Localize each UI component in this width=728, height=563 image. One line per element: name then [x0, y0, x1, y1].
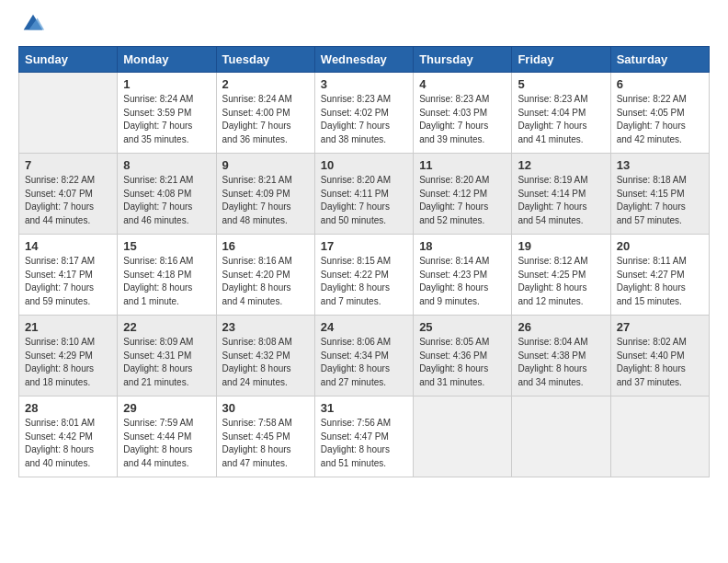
day-number: 30: [222, 401, 309, 415]
day-header-thursday: Thursday: [414, 47, 512, 73]
calendar-cell: 29Sunrise: 7:59 AMSunset: 4:44 PMDayligh…: [118, 396, 216, 477]
calendar-cell: 31Sunrise: 7:56 AMSunset: 4:47 PMDayligh…: [314, 396, 413, 477]
calendar-cell: 11Sunrise: 8:20 AMSunset: 4:12 PMDayligh…: [414, 154, 512, 235]
cell-info: Sunrise: 8:19 AMSunset: 4:14 PMDaylight:…: [518, 174, 604, 227]
cell-info: Sunrise: 8:15 AMSunset: 4:22 PMDaylight:…: [321, 255, 407, 308]
day-number: 9: [222, 158, 309, 172]
day-number: 18: [419, 239, 506, 253]
calendar-cell: [610, 396, 709, 477]
day-number: 15: [123, 239, 210, 253]
cell-info: Sunrise: 8:24 AMSunset: 3:59 PMDaylight:…: [123, 93, 210, 146]
header-row: SundayMondayTuesdayWednesdayThursdayFrid…: [19, 47, 710, 73]
day-number: 1: [123, 77, 210, 91]
cell-info: Sunrise: 8:22 AMSunset: 4:07 PMDaylight:…: [25, 174, 111, 227]
calendar-cell: 21Sunrise: 8:10 AMSunset: 4:29 PMDayligh…: [19, 316, 118, 396]
cell-info: Sunrise: 8:04 AMSunset: 4:38 PMDaylight:…: [518, 336, 604, 389]
calendar-cell: 1Sunrise: 8:24 AMSunset: 3:59 PMDaylight…: [118, 73, 216, 154]
cell-info: Sunrise: 8:17 AMSunset: 4:17 PMDaylight:…: [25, 255, 111, 308]
calendar-cell: 16Sunrise: 8:16 AMSunset: 4:20 PMDayligh…: [216, 235, 314, 316]
day-number: 7: [25, 158, 111, 172]
cell-info: Sunrise: 8:22 AMSunset: 4:05 PMDaylight:…: [617, 93, 703, 146]
calendar-cell: 13Sunrise: 8:18 AMSunset: 4:15 PMDayligh…: [610, 154, 709, 235]
cell-info: Sunrise: 8:06 AMSunset: 4:34 PMDaylight:…: [321, 336, 407, 389]
week-row-5: 28Sunrise: 8:01 AMSunset: 4:42 PMDayligh…: [19, 396, 710, 477]
calendar-cell: 5Sunrise: 8:23 AMSunset: 4:04 PMDaylight…: [512, 73, 610, 154]
cell-info: Sunrise: 8:09 AMSunset: 4:31 PMDaylight:…: [123, 336, 210, 389]
header: [18, 15, 710, 37]
cell-info: Sunrise: 8:01 AMSunset: 4:42 PMDaylight:…: [25, 417, 111, 470]
calendar-cell: 2Sunrise: 8:24 AMSunset: 4:00 PMDaylight…: [216, 73, 314, 154]
logo-icon: [20, 11, 46, 37]
cell-info: Sunrise: 8:16 AMSunset: 4:20 PMDaylight:…: [222, 255, 309, 308]
day-number: 20: [617, 239, 703, 253]
cell-info: Sunrise: 8:16 AMSunset: 4:18 PMDaylight:…: [123, 255, 210, 308]
cell-info: Sunrise: 8:02 AMSunset: 4:40 PMDaylight:…: [617, 336, 703, 389]
calendar-cell: 17Sunrise: 8:15 AMSunset: 4:22 PMDayligh…: [314, 235, 413, 316]
day-number: 11: [419, 158, 506, 172]
calendar-cell: 22Sunrise: 8:09 AMSunset: 4:31 PMDayligh…: [118, 316, 216, 396]
cell-info: Sunrise: 8:24 AMSunset: 4:00 PMDaylight:…: [222, 93, 309, 146]
day-number: 10: [321, 158, 407, 172]
calendar-cell: 30Sunrise: 7:58 AMSunset: 4:45 PMDayligh…: [216, 396, 314, 477]
week-row-2: 7Sunrise: 8:22 AMSunset: 4:07 PMDaylight…: [19, 154, 710, 235]
cell-info: Sunrise: 8:08 AMSunset: 4:32 PMDaylight:…: [222, 336, 309, 389]
calendar-cell: 28Sunrise: 8:01 AMSunset: 4:42 PMDayligh…: [19, 396, 118, 477]
day-header-sunday: Sunday: [19, 47, 118, 73]
calendar-cell: 26Sunrise: 8:04 AMSunset: 4:38 PMDayligh…: [512, 316, 610, 396]
cell-info: Sunrise: 7:59 AMSunset: 4:44 PMDaylight:…: [123, 417, 210, 470]
cell-info: Sunrise: 8:14 AMSunset: 4:23 PMDaylight:…: [419, 255, 506, 308]
day-header-monday: Monday: [118, 47, 216, 73]
week-row-3: 14Sunrise: 8:17 AMSunset: 4:17 PMDayligh…: [19, 235, 710, 316]
cell-info: Sunrise: 8:23 AMSunset: 4:03 PMDaylight:…: [419, 93, 506, 146]
day-number: 19: [518, 239, 604, 253]
calendar-cell: 9Sunrise: 8:21 AMSunset: 4:09 PMDaylight…: [216, 154, 314, 235]
cell-info: Sunrise: 8:23 AMSunset: 4:02 PMDaylight:…: [321, 93, 407, 146]
cell-info: Sunrise: 8:23 AMSunset: 4:04 PMDaylight:…: [518, 93, 604, 146]
cell-info: Sunrise: 8:21 AMSunset: 4:09 PMDaylight:…: [222, 174, 309, 227]
calendar-cell: 6Sunrise: 8:22 AMSunset: 4:05 PMDaylight…: [610, 73, 709, 154]
calendar-cell: [414, 396, 512, 477]
calendar-cell: 10Sunrise: 8:20 AMSunset: 4:11 PMDayligh…: [314, 154, 413, 235]
day-number: 23: [222, 320, 309, 334]
day-number: 22: [123, 320, 210, 334]
day-number: 16: [222, 239, 309, 253]
day-number: 26: [518, 320, 604, 334]
cell-info: Sunrise: 7:56 AMSunset: 4:47 PMDaylight:…: [321, 417, 407, 470]
logo: [18, 15, 46, 37]
day-number: 28: [25, 401, 111, 415]
calendar-cell: 18Sunrise: 8:14 AMSunset: 4:23 PMDayligh…: [414, 235, 512, 316]
day-number: 29: [123, 401, 210, 415]
calendar-cell: [19, 73, 118, 154]
day-header-saturday: Saturday: [610, 47, 709, 73]
calendar-cell: 3Sunrise: 8:23 AMSunset: 4:02 PMDaylight…: [314, 73, 413, 154]
calendar-cell: 27Sunrise: 8:02 AMSunset: 4:40 PMDayligh…: [610, 316, 709, 396]
calendar-cell: 14Sunrise: 8:17 AMSunset: 4:17 PMDayligh…: [19, 235, 118, 316]
day-number: 17: [321, 239, 407, 253]
calendar-cell: 15Sunrise: 8:16 AMSunset: 4:18 PMDayligh…: [118, 235, 216, 316]
calendar-cell: 7Sunrise: 8:22 AMSunset: 4:07 PMDaylight…: [19, 154, 118, 235]
day-number: 21: [25, 320, 111, 334]
day-number: 5: [518, 77, 604, 91]
day-header-wednesday: Wednesday: [314, 47, 413, 73]
day-number: 6: [617, 77, 703, 91]
day-number: 8: [123, 158, 210, 172]
cell-info: Sunrise: 8:10 AMSunset: 4:29 PMDaylight:…: [25, 336, 111, 389]
day-header-tuesday: Tuesday: [216, 47, 314, 73]
week-row-4: 21Sunrise: 8:10 AMSunset: 4:29 PMDayligh…: [19, 316, 710, 396]
day-number: 3: [321, 77, 407, 91]
calendar-cell: 8Sunrise: 8:21 AMSunset: 4:08 PMDaylight…: [118, 154, 216, 235]
day-number: 12: [518, 158, 604, 172]
day-number: 13: [617, 158, 703, 172]
cell-info: Sunrise: 8:12 AMSunset: 4:25 PMDaylight:…: [518, 255, 604, 308]
cell-info: Sunrise: 8:20 AMSunset: 4:11 PMDaylight:…: [321, 174, 407, 227]
calendar-cell: 25Sunrise: 8:05 AMSunset: 4:36 PMDayligh…: [414, 316, 512, 396]
calendar-cell: 4Sunrise: 8:23 AMSunset: 4:03 PMDaylight…: [414, 73, 512, 154]
calendar-cell: 19Sunrise: 8:12 AMSunset: 4:25 PMDayligh…: [512, 235, 610, 316]
calendar-cell: 20Sunrise: 8:11 AMSunset: 4:27 PMDayligh…: [610, 235, 709, 316]
cell-info: Sunrise: 7:58 AMSunset: 4:45 PMDaylight:…: [222, 417, 309, 470]
day-number: 4: [419, 77, 506, 91]
day-header-friday: Friday: [512, 47, 610, 73]
calendar-cell: 23Sunrise: 8:08 AMSunset: 4:32 PMDayligh…: [216, 316, 314, 396]
cell-info: Sunrise: 8:18 AMSunset: 4:15 PMDaylight:…: [617, 174, 703, 227]
cell-info: Sunrise: 8:05 AMSunset: 4:36 PMDaylight:…: [419, 336, 506, 389]
